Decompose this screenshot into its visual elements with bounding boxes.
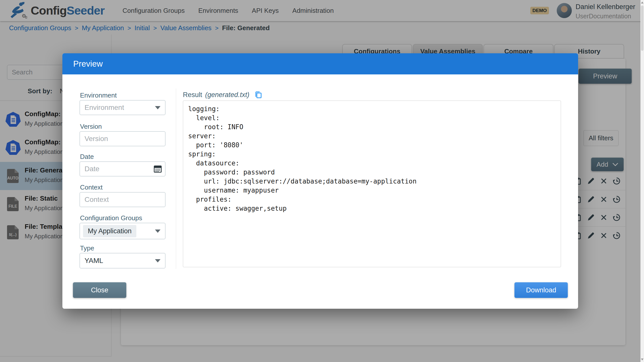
download-button[interactable]: Download [514, 282, 568, 298]
scrollbar-up-arrow[interactable] [641, 2, 643, 4]
configuration-groups-select[interactable]: My Application [79, 223, 166, 239]
environment-label: Environment [80, 92, 117, 99]
date-label: Date [80, 153, 94, 161]
calendar-icon[interactable] [153, 164, 162, 173]
environment-select-placeholder: Environment [85, 104, 124, 112]
dialog-title: Preview [73, 53, 103, 74]
version-label: Version [80, 123, 102, 130]
scrollbar[interactable] [640, 0, 644, 362]
copy-to-clipboard-icon[interactable] [254, 90, 262, 99]
result-label: Result [183, 91, 202, 99]
chevron-down-icon [155, 106, 160, 109]
result-filename: (generated.txt) [205, 91, 250, 99]
preview-dialog: Preview Environment Environment Version … [62, 53, 578, 309]
type-select-value: YAML [85, 257, 103, 265]
type-select[interactable]: YAML [79, 253, 166, 268]
environment-select[interactable]: Environment [79, 100, 166, 115]
version-input[interactable] [79, 131, 166, 146]
chevron-down-icon [155, 259, 160, 262]
result-output: logging: level: root: INFO server: port:… [183, 101, 561, 267]
context-label: Context [80, 184, 103, 191]
configuration-group-chip: My Application [83, 225, 136, 237]
date-input[interactable] [79, 161, 166, 176]
form-result-divider [176, 88, 176, 269]
chevron-down-icon [155, 230, 160, 233]
type-label: Type [80, 244, 94, 252]
result-code: logging: level: root: INFO server: port:… [188, 104, 561, 213]
context-input[interactable] [79, 192, 166, 207]
result-header: Result (generated.txt) [183, 90, 262, 99]
dialog-header: Preview [62, 53, 578, 74]
configuration-groups-label: Configuration Groups [80, 214, 142, 222]
scrollbar-down-arrow[interactable] [641, 358, 643, 360]
close-button[interactable]: Close [73, 282, 126, 298]
scrollbar-thumb[interactable] [641, 6, 643, 51]
